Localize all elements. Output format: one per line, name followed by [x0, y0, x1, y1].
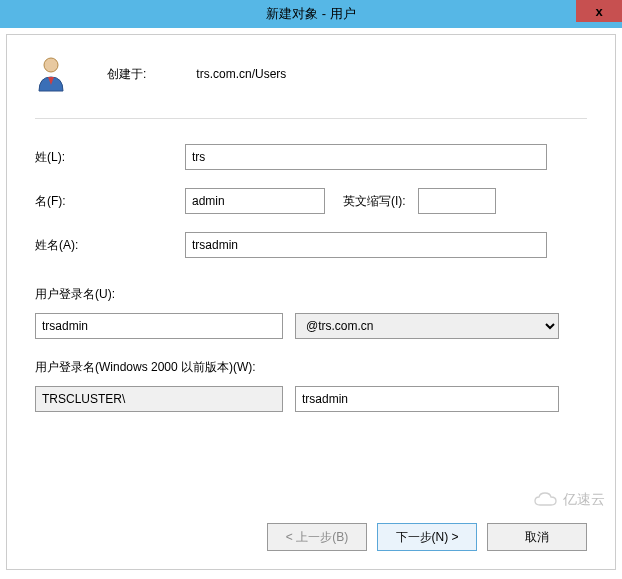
- logon-name-input[interactable]: [35, 313, 283, 339]
- watermark: 亿速云: [533, 491, 605, 509]
- created-in-path: trs.com.cn/Users: [196, 67, 286, 81]
- button-row: < 上一步(B) 下一步(N) > 取消: [267, 523, 587, 551]
- domain-select[interactable]: @trs.com.cn: [295, 313, 559, 339]
- titlebar: 新建对象 - 用户 x: [0, 0, 622, 28]
- header-row: 创建于: trs.com.cn/Users: [35, 55, 587, 93]
- fullname-label: 姓名(A):: [35, 237, 185, 254]
- logon-name-label: 用户登录名(U):: [35, 286, 587, 303]
- next-button[interactable]: 下一步(N) >: [377, 523, 477, 551]
- user-icon: [35, 55, 67, 93]
- divider: [35, 118, 587, 119]
- close-icon: x: [595, 4, 602, 19]
- cloud-icon: [533, 491, 559, 509]
- pre2k-label: 用户登录名(Windows 2000 以前版本)(W):: [35, 359, 587, 376]
- initials-input[interactable]: [418, 188, 496, 214]
- cancel-button[interactable]: 取消: [487, 523, 587, 551]
- lastname-input[interactable]: [185, 144, 547, 170]
- svg-point-0: [44, 58, 58, 72]
- created-in-label: 创建于:: [107, 66, 146, 83]
- firstname-input[interactable]: [185, 188, 325, 214]
- fullname-input[interactable]: [185, 232, 547, 258]
- close-button[interactable]: x: [576, 0, 622, 22]
- pre2k-user-input[interactable]: [295, 386, 559, 412]
- watermark-text: 亿速云: [563, 491, 605, 509]
- lastname-label: 姓(L):: [35, 149, 185, 166]
- window-title: 新建对象 - 用户: [266, 5, 356, 23]
- firstname-label: 名(F):: [35, 193, 185, 210]
- back-button: < 上一步(B): [267, 523, 367, 551]
- initials-label: 英文缩写(I):: [343, 193, 406, 210]
- pre2k-domain-input: [35, 386, 283, 412]
- dialog-body: 创建于: trs.com.cn/Users 姓(L): 名(F): 英文缩写(I…: [6, 34, 616, 570]
